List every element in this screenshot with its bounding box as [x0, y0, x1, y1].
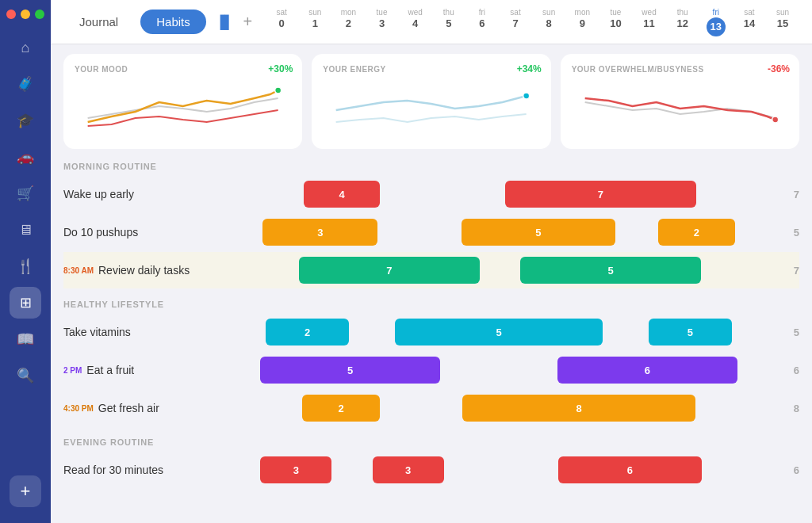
day-col-13: fri13	[699, 7, 733, 36]
search-icon[interactable]: 🔍	[10, 360, 41, 391]
svg-point-1	[523, 93, 530, 99]
cell	[222, 456, 258, 483]
add-habit-button[interactable]: +	[243, 13, 252, 31]
cell: 5	[395, 319, 603, 345]
cell	[618, 219, 656, 246]
car-icon[interactable]: 🚗	[10, 141, 41, 173]
cell	[382, 181, 420, 208]
healthy-lifestyle-label: HEALTHY LIFESTYLE	[63, 300, 799, 309]
cell: 3	[262, 219, 377, 246]
day-col-8: sun8	[532, 7, 565, 36]
cell: 3	[260, 456, 331, 483]
habit-row-pushups: Do 10 pushups 3 5 2 5	[63, 214, 799, 250]
cell	[442, 357, 478, 384]
grid-icon[interactable]: ⊞	[10, 287, 41, 319]
day-col-0: sat0	[265, 7, 298, 36]
cell: 5	[520, 257, 701, 284]
suitcase-icon[interactable]: 🧳	[10, 68, 41, 100]
habit-streak-review: 7	[780, 265, 799, 277]
cell	[704, 456, 776, 483]
habit-streak-vitamins: 5	[780, 326, 799, 338]
habit-streak-fruit: 6	[780, 365, 799, 376]
habit-bars-vitamins: 2 5 5	[222, 314, 776, 350]
habit-name-review: 8:30 AM Review daily tasks	[63, 264, 222, 277]
habit-name-pushups: Do 10 pushups	[63, 226, 222, 239]
habit-name-vitamins: Take vitamins	[63, 326, 222, 338]
minimize-button[interactable]	[21, 10, 30, 19]
basket-icon[interactable]: 🛒	[10, 178, 41, 209]
fork-icon[interactable]: 🍴	[10, 250, 41, 282]
day-col-12: thu12	[666, 7, 699, 36]
svg-point-0	[275, 87, 282, 94]
mood-title: YOUR MOOD	[75, 65, 291, 74]
cell: 8	[462, 395, 695, 422]
mood-chart: YOUR MOOD +30%	[63, 54, 302, 149]
journal-tab[interactable]: Journal	[63, 10, 134, 34]
close-button[interactable]	[6, 10, 16, 19]
habit-row-vitamins: Take vitamins 2 5 5 5	[63, 314, 799, 350]
morning-routine-label: MORNING ROUTINE	[63, 162, 799, 171]
cell	[482, 257, 519, 284]
cell: 4	[304, 181, 381, 208]
home-icon[interactable]: ⌂	[10, 32, 41, 63]
habits-content: YOUR MOOD +30% YOUR ENERGY +34%	[51, 44, 812, 523]
cell	[740, 357, 776, 384]
days-header: sat0sun1mon2tue3wed4thu5fri6sat7sun8mon9…	[265, 7, 799, 36]
cell	[421, 219, 459, 246]
evening-routine-label: EVENING ROUTINE	[63, 437, 799, 447]
cell: 6	[557, 357, 737, 384]
overwhelm-chart: YOUR OVERWHELM/BUSYNESS -36%	[561, 54, 799, 149]
cell	[382, 395, 460, 422]
bar-chart-icon[interactable]: ▐▌	[216, 15, 234, 29]
cell	[520, 456, 556, 483]
cell: 7	[505, 181, 697, 208]
time-badge-freshair: 4:30 PM	[63, 404, 94, 413]
cell	[222, 319, 263, 345]
mood-badge: +30%	[268, 63, 293, 74]
cell: 2	[266, 319, 349, 345]
cell: 2	[658, 219, 735, 246]
cell: 6	[558, 456, 702, 483]
cell	[262, 181, 301, 208]
main-content: Journal Habits ▐▌ + sat0sun1mon2tue3wed4…	[51, 0, 812, 523]
habits-tab[interactable]: Habits	[140, 10, 206, 34]
cell	[446, 456, 518, 483]
habit-streak-freshair: 8	[780, 403, 799, 414]
overwhelm-title: YOUR OVERWHELM/BUSYNESS	[572, 65, 788, 74]
day-col-14: sat14	[733, 7, 766, 36]
sidebar-nav: ⌂ 🧳 🎓 🚗 🛒 🖥 🍴 ⊞ 📖 🔍	[10, 32, 41, 391]
habit-row-fruit: 2 PM Eat a fruit 5 6 6	[63, 352, 799, 388]
energy-svg	[323, 78, 539, 134]
cell	[481, 357, 516, 384]
time-badge-fruit: 2 PM	[63, 366, 82, 375]
cell	[519, 357, 555, 384]
cell	[351, 319, 393, 345]
day-col-1: sun1	[298, 7, 331, 36]
cell	[734, 319, 776, 345]
cell	[222, 257, 259, 284]
cell	[703, 257, 776, 284]
habit-row-wake-up: Wake up early 4 7 7	[63, 176, 799, 212]
book-icon[interactable]: 📖	[10, 323, 41, 355]
habit-streak-pushups: 5	[780, 227, 799, 239]
monitor-icon[interactable]: 🖥	[10, 214, 41, 246]
habit-row-freshair: 4:30 PM Get fresh air 2 8 8	[63, 390, 799, 426]
day-col-5: thu5	[432, 7, 465, 36]
day-col-10: tue10	[599, 7, 632, 36]
habit-bars-wake-up: 4 7	[222, 176, 776, 212]
habit-row-read: Read for 30 minutes 3 3 6 6	[63, 452, 799, 488]
graduation-icon[interactable]: 🎓	[10, 105, 41, 136]
maximize-button[interactable]	[35, 10, 44, 19]
cell	[698, 395, 776, 422]
cell	[605, 319, 646, 345]
add-icon[interactable]: +	[10, 475, 41, 507]
cell: 7	[299, 257, 480, 284]
day-col-11: wed11	[632, 7, 665, 36]
day-col-4: wed4	[399, 7, 432, 36]
cell	[464, 181, 502, 208]
cell	[222, 395, 300, 422]
day-col-2: mon2	[331, 7, 365, 36]
cell	[380, 219, 418, 246]
day-col-6: fri6	[465, 7, 499, 36]
cell: 5	[649, 319, 732, 345]
